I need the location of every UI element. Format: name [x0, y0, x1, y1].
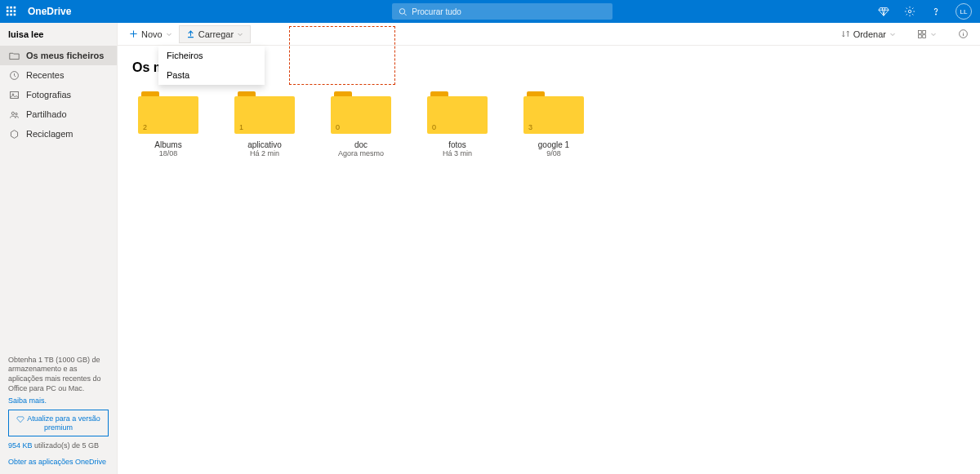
file-name: Albums	[154, 140, 181, 149]
toolbar: Novo Carregar Ordenar	[118, 23, 980, 46]
file-date: 18/08	[159, 149, 178, 157]
main-content: Novo Carregar Ordenar	[118, 23, 980, 474]
grid-view-icon	[917, 29, 927, 39]
upload-button[interactable]: Carregar	[179, 25, 251, 43]
info-icon	[958, 29, 969, 39]
chevron-down-icon	[237, 31, 243, 38]
chevron-down-icon	[930, 31, 937, 38]
user-avatar[interactable]: LL	[956, 3, 972, 20]
brand-label: OneDrive	[28, 6, 71, 17]
sidebar-item-photos[interactable]: Fotografias	[0, 85, 117, 104]
folder-icon: 0	[427, 91, 488, 134]
svg-point-11	[908, 10, 911, 13]
sidebar-item-label: Partilhado	[26, 109, 67, 119]
sidebar-item-label: Reciclagem	[26, 129, 73, 139]
svg-rect-7	[10, 14, 12, 16]
clock-icon	[8, 69, 20, 81]
file-date: Há 3 min	[443, 149, 472, 157]
image-icon	[8, 89, 20, 100]
file-name: doc	[354, 140, 368, 149]
svg-rect-14	[10, 91, 18, 98]
folder-item[interactable]: 3 google 1 9/08	[518, 91, 590, 157]
file-name: aplicativo	[247, 140, 282, 149]
svg-point-9	[399, 8, 404, 13]
svg-rect-8	[14, 14, 16, 16]
svg-rect-1	[10, 7, 12, 9]
upgrade-button[interactable]: Atualize para a versão premium	[8, 410, 109, 436]
sort-icon	[841, 29, 850, 38]
app-launcher[interactable]	[0, 0, 23, 23]
svg-rect-3	[7, 10, 9, 12]
svg-rect-5	[14, 10, 16, 12]
app-header: OneDrive LL	[0, 0, 980, 23]
waffle-icon	[6, 6, 17, 17]
sidebar-item-label: Fotografias	[26, 90, 71, 100]
upload-folder-item[interactable]: Pasta	[158, 65, 265, 85]
folder-item[interactable]: 1 aplicativo Há 2 min	[229, 91, 301, 157]
upload-dropdown: Ficheiros Pasta	[158, 46, 265, 85]
upload-files-item[interactable]: Ficheiros	[158, 46, 265, 65]
help-icon	[930, 6, 942, 17]
file-name: fotos	[448, 140, 466, 149]
file-grid: 2 Albums 18/08 1 aplicativo Há 2 min 0 d…	[118, 75, 980, 174]
sidebar-item-shared[interactable]: Partilhado	[0, 104, 117, 124]
folder-icon: 0	[331, 91, 391, 134]
sidebar-item-label: Recentes	[26, 70, 64, 80]
file-date: Agora mesmo	[338, 149, 384, 157]
folder-item[interactable]: 0 fotos Há 3 min	[421, 91, 493, 157]
sidebar-item-recycle[interactable]: Reciclagem	[0, 124, 117, 144]
folder-icon: 1	[234, 91, 295, 134]
svg-point-17	[15, 113, 16, 114]
sidebar: luisa lee Os meus ficheiros Recentes Fot…	[0, 23, 118, 474]
svg-rect-21	[923, 34, 926, 38]
search-input[interactable]	[412, 7, 606, 16]
storage-used-link[interactable]: 954 KB	[8, 441, 33, 450]
learn-more-link[interactable]: Saiba mais.	[8, 396, 109, 405]
help-button[interactable]	[929, 5, 942, 18]
svg-rect-20	[919, 34, 922, 38]
folder-icon: 3	[523, 91, 584, 134]
svg-rect-4	[10, 10, 12, 12]
svg-rect-6	[7, 14, 9, 16]
search-icon	[399, 7, 407, 16]
file-date: Há 2 min	[250, 149, 279, 157]
diamond-icon	[16, 415, 24, 423]
svg-rect-2	[14, 7, 16, 9]
people-icon	[8, 109, 20, 120]
info-button[interactable]	[951, 25, 975, 42]
svg-line-10	[404, 13, 407, 16]
svg-rect-18	[919, 30, 922, 33]
file-name: google 1	[538, 140, 569, 149]
upload-icon	[186, 29, 195, 38]
chevron-down-icon	[889, 31, 896, 38]
storage-info: 954 KB utilizado(s) de 5 GB	[8, 441, 109, 450]
folder-item[interactable]: 2 Albums 18/08	[132, 91, 204, 157]
plus-icon	[129, 29, 138, 38]
recycle-icon	[8, 128, 20, 140]
new-button[interactable]: Novo	[122, 26, 179, 42]
search-box[interactable]	[392, 3, 612, 20]
view-button[interactable]	[911, 26, 943, 42]
sidebar-item-myfiles[interactable]: Os meus ficheiros	[0, 46, 117, 65]
settings-button[interactable]	[903, 5, 916, 18]
user-name: luisa lee	[0, 23, 117, 46]
sidebar-item-recent[interactable]: Recentes	[0, 65, 117, 85]
svg-point-16	[11, 112, 14, 114]
premium-pitch: Obtenha 1 TB (1000 GB) de armazenamento …	[8, 356, 109, 394]
gear-icon	[904, 6, 915, 17]
svg-rect-0	[7, 7, 9, 9]
chevron-down-icon	[166, 31, 172, 38]
svg-point-12	[936, 14, 937, 15]
folder-icon: 2	[138, 91, 198, 134]
diamond-icon	[878, 6, 889, 17]
sidebar-item-label: Os meus ficheiros	[26, 51, 104, 60]
folder-icon	[8, 50, 20, 61]
folder-item[interactable]: 0 doc Agora mesmo	[325, 91, 397, 157]
file-date: 9/08	[546, 149, 561, 157]
sort-button[interactable]: Ordenar	[835, 26, 902, 42]
get-apps-link[interactable]: Obter as aplicações OneDrive	[8, 458, 109, 466]
svg-rect-19	[923, 30, 926, 33]
premium-button[interactable]	[877, 5, 890, 18]
